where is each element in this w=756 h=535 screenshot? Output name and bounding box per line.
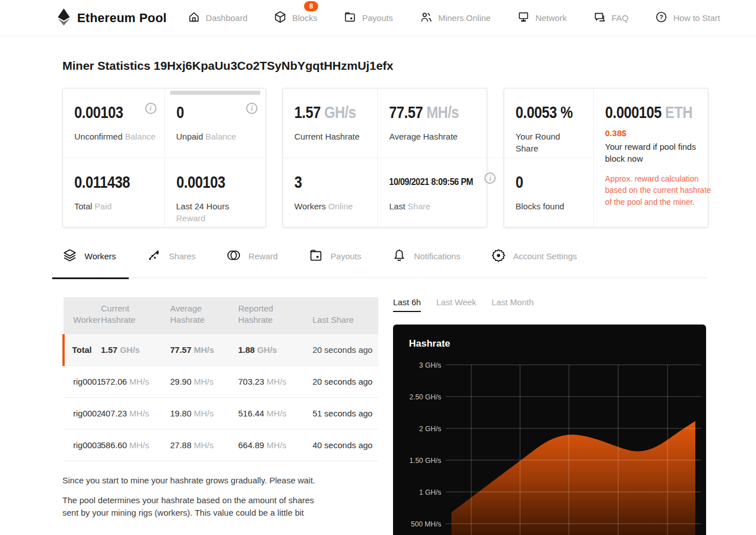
nav-label: Network: [535, 13, 567, 23]
stat-value: 0: [516, 172, 523, 192]
nav-label: Miners Online: [438, 13, 491, 23]
y-tick: 3 GH/s: [419, 361, 441, 369]
tab-notifications[interactable]: Notifications: [392, 248, 461, 264]
stat-label: Average Hashrate: [389, 130, 474, 142]
nav-item-network[interactable]: Network: [517, 11, 567, 25]
brand[interactable]: Ethereum Pool: [57, 8, 167, 28]
tab-label: Payouts: [331, 251, 361, 261]
chart-tab-last-6h[interactable]: Last 6h: [393, 297, 421, 312]
stat-value: 0.00103: [176, 172, 225, 192]
stat-label: Unconfirmed Balance: [74, 130, 157, 142]
info-icon[interactable]: [246, 103, 257, 114]
y-tick: 2 GH/s: [419, 425, 441, 433]
stat-label: Last Share: [389, 200, 474, 212]
brand-name: Ethereum Pool: [77, 11, 167, 26]
col-current-hashrate: Current Hashrate: [101, 297, 170, 334]
nav-label: Payouts: [362, 13, 392, 23]
tab-label: Reward: [248, 251, 278, 261]
tab-label: Shares: [169, 251, 196, 261]
network-icon: [517, 11, 530, 25]
tab-shares[interactable]: Shares: [147, 248, 196, 264]
col-reported-hashrate: Reported Hashrate: [238, 297, 312, 334]
stat-label: Workers Online: [294, 200, 369, 212]
tab-label: Notifications: [414, 251, 461, 261]
col-average-hashrate: Average Hashrate: [170, 297, 238, 334]
nav-item-blocks[interactable]: Blocks 8: [274, 11, 317, 25]
chart-panel: Last 6h Last Week Last Month Hashrate: [393, 297, 708, 535]
ethereum-logo-icon: [57, 8, 71, 28]
workers-table: Worker Current Hashrate Average Hashrate…: [62, 297, 378, 461]
miners-icon: [420, 11, 433, 25]
y-tick: 500 MH/s: [411, 520, 442, 528]
stat-value: 10/09/2021 8:09:56 PM: [389, 176, 473, 188]
hashrate-chart-card: Hashrate: [393, 325, 706, 535]
tab-label: Workers: [85, 251, 116, 261]
stat-round-share: 0.0053 % Your Round Share: [504, 89, 593, 158]
hashrate-note-2: The pool determines your hashrate based …: [62, 494, 330, 519]
question-icon: ?: [655, 11, 668, 25]
tab-workers[interactable]: Workers: [62, 248, 116, 264]
nav-item-dashboard[interactable]: Dashboard: [188, 11, 247, 25]
stat-unconfirmed-balance: 0.00103 Unconfirmed Balance: [63, 89, 164, 158]
gear-icon: [491, 248, 506, 264]
nav-item-miners-online[interactable]: Miners Online: [420, 11, 491, 25]
nav-label: Blocks: [292, 13, 317, 23]
col-last-share: Last Share: [312, 297, 378, 334]
top-nav-bar: Ethereum Pool Dashboard Blocks 8: [0, 0, 756, 36]
y-tick: 2.50 GH/s: [409, 393, 441, 401]
stat-total-paid: 0.011438 Total Paid: [63, 158, 164, 227]
unpaid-progress-bar: [170, 91, 261, 95]
hashrate-stats-card: 1.57 GH/s Current Hashrate 77.57 MH/s Av…: [282, 88, 487, 228]
stat-value: 0: [176, 103, 184, 122]
info-icon[interactable]: [145, 103, 157, 114]
reward-description: Your reward if pool finds block now: [605, 141, 711, 165]
stat-value: 0.011438: [74, 172, 130, 192]
blocks-count-badge[interactable]: 8: [304, 1, 318, 11]
nav-item-payouts[interactable]: Payouts: [344, 11, 392, 25]
nav-label: How to Start: [673, 13, 720, 23]
stat-label: Blocks found: [516, 200, 585, 212]
nav-item-faq[interactable]: FAQ: [593, 11, 628, 25]
folder-icon: [344, 11, 356, 25]
tab-reward[interactable]: Reward: [226, 248, 278, 264]
hashrate-note-1: Since you start to mine your hashrate gr…: [62, 474, 330, 487]
stat-label: Your Round Share: [516, 130, 585, 154]
hashrate-area-chart: 3 GH/s 2.50 GH/s 2 GH/s 1.50 GH/s 1 GH/s…: [393, 355, 706, 535]
y-axis-labels: 3 GH/s 2.50 GH/s 2 GH/s 1.50 GH/s 1 GH/s…: [409, 361, 441, 528]
round-stats-card: 0.0053 % Your Round Share 0.000105 ETH 0…: [504, 88, 708, 228]
chart-tab-last-week[interactable]: Last Week: [436, 297, 476, 311]
col-worker: Worker: [64, 297, 101, 334]
stats-row: 0.00103 Unconfirmed Balance 0 Unpaid Bal…: [62, 88, 708, 228]
info-icon[interactable]: [484, 172, 496, 184]
nav-label: FAQ: [611, 13, 628, 23]
folder-icon: [309, 248, 323, 264]
stat-value: 0.00103: [74, 103, 123, 122]
chart-range-tabs: Last 6h Last Week Last Month: [393, 297, 708, 312]
stat-current-hashrate: 1.57 GH/s Current Hashrate: [283, 89, 377, 158]
chart-tab-last-month[interactable]: Last Month: [492, 297, 534, 311]
hashrate-area-series: [451, 421, 695, 535]
svg-text:?: ?: [660, 14, 664, 20]
coins-icon: [226, 248, 241, 264]
table-header-row: Worker Current Hashrate Average Hashrate…: [64, 297, 378, 334]
balance-stats-card: 0.00103 Unconfirmed Balance 0 Unpaid Bal…: [62, 88, 266, 228]
table-row: rig0003 586.60 MH/s 27.88 MH/s 664.89 MH…: [64, 429, 378, 461]
layers-icon: [62, 248, 77, 264]
stat-workers-online: 3 Workers Online: [283, 158, 377, 227]
reward-note: Approx. reward calculation based on the …: [605, 173, 711, 208]
stat-last-share: 10/09/2021 8:09:56 PM Last Share: [377, 158, 504, 227]
section-tabs: Workers Shares Reward: [62, 248, 708, 278]
table-row: rig0002 407.23 MH/s 19.80 MH/s 516.44 MH…: [64, 397, 378, 429]
stat-label: Current Hashrate: [294, 130, 369, 142]
tab-payouts[interactable]: Payouts: [309, 248, 361, 264]
table-row-total: Total 1.57 GH/s 77.57 MH/s 1.88 GH/s 20 …: [64, 334, 378, 366]
bell-icon: [392, 248, 407, 264]
nav-item-how-to-start[interactable]: ? How to Start: [655, 11, 720, 25]
reward-usd-value: 0.38$: [605, 128, 711, 138]
y-tick: 1.50 GH/s: [409, 457, 441, 465]
stat-label: Unpaid Balance: [176, 130, 258, 142]
table-row: rig0001 572.06 MH/s 29.90 MH/s 703.23 MH…: [64, 365, 378, 397]
chart-title: Hashrate: [409, 338, 706, 349]
tab-account-settings[interactable]: Account Settings: [491, 248, 577, 264]
stat-value: 3: [294, 172, 302, 192]
